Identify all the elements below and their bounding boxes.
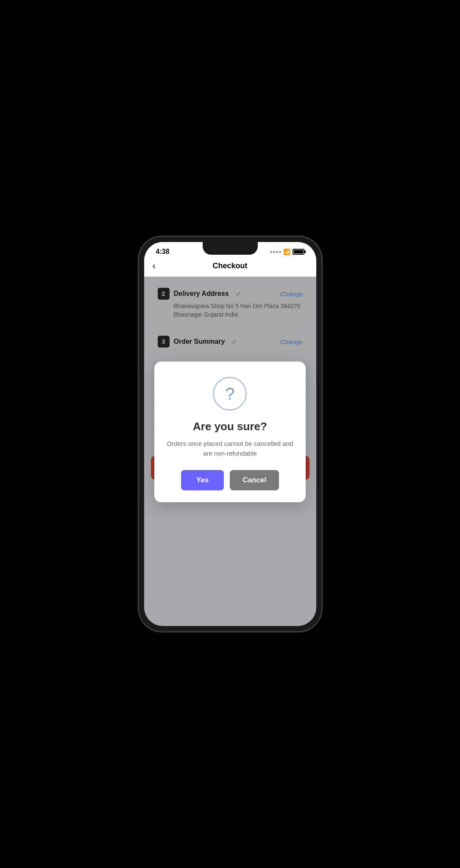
- battery-icon: [293, 249, 304, 255]
- modal-message: Orders once placed cannot be cancelled a…: [166, 439, 294, 458]
- header: ‹ Checkout: [144, 257, 316, 277]
- modal-overlay: ? Are you sure? Orders once placed canno…: [144, 277, 316, 626]
- status-icons: 📶: [270, 248, 304, 255]
- wifi-icon: 📶: [283, 248, 290, 255]
- status-time: 4:38: [156, 248, 170, 256]
- notch: [203, 242, 258, 255]
- modal-buttons: Yes Cancel: [166, 470, 294, 490]
- screen-content: 2 Delivery Address ✓ Change Bhairavapara…: [144, 277, 316, 626]
- page-title: Checkout: [212, 262, 247, 270]
- cancel-button[interactable]: Cancel: [230, 470, 279, 490]
- modal-icon-circle: ?: [213, 377, 247, 411]
- back-button[interactable]: ‹: [153, 261, 156, 272]
- confirmation-modal: ? Are you sure? Orders once placed canno…: [154, 362, 306, 502]
- signal-icon: [270, 251, 281, 253]
- phone-frame: 4:38 📶 ‹ Checkout: [139, 237, 321, 631]
- question-mark-icon: ?: [225, 385, 234, 402]
- phone-screen: 4:38 📶 ‹ Checkout: [144, 242, 316, 626]
- yes-button[interactable]: Yes: [181, 470, 224, 490]
- modal-title: Are you sure?: [166, 420, 294, 433]
